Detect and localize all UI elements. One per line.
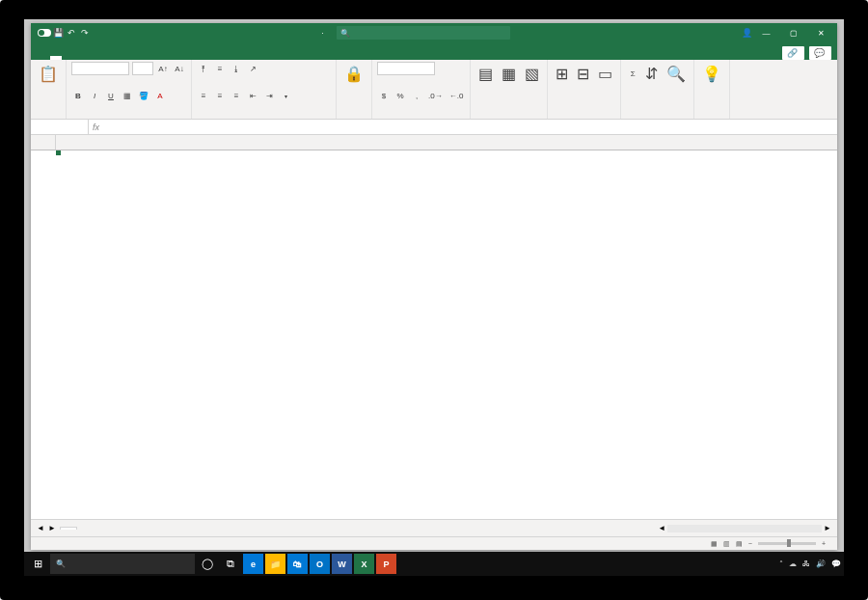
cell-styles-button[interactable]: ▧ [522, 62, 542, 86]
sheet-tab-sheet1[interactable] [60, 527, 77, 530]
task-view-button[interactable]: ⧉ [220, 554, 241, 574]
protect-button[interactable]: 🔒 [341, 62, 366, 86]
system-tray[interactable]: ˄ ☁ 🖧 🔊 💬 [779, 559, 841, 568]
italic-button[interactable]: I [88, 90, 101, 103]
word-icon[interactable]: W [332, 554, 352, 574]
font-size-select[interactable] [132, 62, 153, 75]
group-label [626, 117, 689, 118]
redo-icon[interactable]: ↷ [78, 26, 92, 40]
prev-sheet-button[interactable]: ◄ [37, 524, 44, 532]
screen: 💾 ↶ ↷ · 🔍 👤 — ▢ ✕ [24, 19, 844, 576]
start-button[interactable]: ⊞ [27, 554, 48, 574]
sort-filter-button[interactable]: ⇵ [642, 62, 661, 86]
conditional-formatting-button[interactable]: ▤ [475, 62, 496, 86]
outlook-icon[interactable]: O [310, 554, 330, 574]
maximize-button[interactable]: ▢ [781, 29, 806, 38]
ideas-icon: 💡 [702, 64, 721, 83]
orientation-button[interactable]: ↗ [246, 62, 259, 75]
insert-icon: ⊞ [556, 64, 568, 83]
cortana-button[interactable]: ◯ [197, 554, 218, 574]
next-sheet-button[interactable]: ► [48, 524, 56, 532]
h-scroll-left[interactable]: ◄ [658, 524, 665, 532]
delete-cells-button[interactable]: ⊟ [574, 62, 592, 86]
align-top-button[interactable]: ⭱ [197, 62, 210, 75]
number-format-select[interactable] [377, 62, 435, 75]
window-controls: — ▢ ✕ [754, 29, 833, 38]
percent-button[interactable]: % [393, 90, 407, 103]
minimize-button[interactable]: — [754, 29, 779, 38]
group-label [36, 117, 61, 118]
bold-button[interactable]: B [71, 90, 85, 103]
autosum-button[interactable]: Σ [626, 68, 639, 81]
select-all-corner[interactable] [31, 135, 56, 150]
save-icon[interactable]: 💾 [51, 26, 65, 40]
insert-cells-button[interactable]: ⊞ [553, 62, 571, 86]
cells-area[interactable] [56, 150, 837, 519]
zoom-in-button[interactable]: + [822, 540, 826, 547]
share-button[interactable]: 🔗 [782, 46, 804, 60]
find-select-button[interactable]: 🔍 [664, 62, 689, 86]
edge-icon[interactable]: e [243, 554, 263, 574]
decrease-indent-button[interactable]: ⇤ [246, 90, 259, 103]
powerpoint-icon[interactable]: P [376, 554, 396, 574]
taskbar-search-input[interactable] [70, 559, 189, 568]
document-title: · [321, 29, 323, 38]
volume-icon[interactable]: 🔊 [816, 559, 826, 568]
name-box[interactable] [31, 120, 89, 134]
group-label [699, 117, 724, 118]
fx-icon[interactable]: fx [93, 123, 99, 132]
close-button[interactable]: ✕ [808, 29, 833, 38]
zoom-slider[interactable] [758, 542, 816, 545]
group-label [377, 117, 465, 118]
avatar[interactable]: 👤 [741, 26, 754, 40]
column-headers [56, 135, 837, 150]
h-scroll-right[interactable]: ► [824, 524, 831, 532]
decrease-font-button[interactable]: A↓ [173, 62, 186, 75]
align-middle-button[interactable]: ≡ [213, 62, 227, 75]
comma-button[interactable]: , [410, 90, 423, 103]
file-explorer-icon[interactable]: 📁 [265, 554, 285, 574]
device-frame: 💾 ↶ ↷ · 🔍 👤 — ▢ ✕ [0, 0, 868, 600]
align-bottom-button[interactable]: ⭳ [230, 62, 243, 75]
store-icon[interactable]: 🛍 [287, 554, 308, 574]
paste-button[interactable]: 📋 [36, 62, 61, 86]
notifications-icon[interactable]: 💬 [831, 559, 841, 568]
font-color-button[interactable]: A [153, 90, 167, 103]
tell-me-search[interactable]: 🔍 [337, 26, 510, 40]
format-cells-button[interactable]: ▭ [595, 62, 615, 86]
search-input[interactable] [354, 29, 506, 38]
underline-button[interactable]: U [104, 90, 118, 103]
view-pagelayout-button[interactable]: ▥ [723, 540, 730, 548]
excel-icon[interactable]: X [354, 554, 374, 574]
decrease-decimal-button[interactable]: ←.0 [448, 90, 466, 103]
fill-color-button[interactable]: 🪣 [137, 90, 150, 103]
formula-bar: fx [31, 120, 837, 135]
lock-icon: 🔒 [344, 64, 364, 83]
font-name-select[interactable] [71, 62, 129, 75]
ideas-button[interactable]: 💡 [699, 62, 724, 86]
network-icon[interactable]: 🖧 [802, 559, 810, 568]
align-left-button[interactable]: ≡ [197, 90, 210, 103]
align-right-button[interactable]: ≡ [230, 90, 243, 103]
wrap-text-button[interactable] [262, 62, 276, 75]
increase-font-button[interactable]: A↑ [156, 62, 170, 75]
undo-icon[interactable]: ↶ [65, 26, 78, 40]
border-button[interactable]: ▦ [121, 90, 134, 103]
horizontal-scrollbar[interactable] [667, 525, 822, 532]
increase-indent-button[interactable]: ⇥ [262, 90, 276, 103]
comments-button[interactable]: 💬 [809, 46, 831, 60]
view-normal-button[interactable]: ▦ [711, 540, 718, 548]
onedrive-icon[interactable]: ☁ [789, 559, 797, 568]
format-as-table-button[interactable]: ▦ [499, 62, 519, 86]
toggle-switch-icon[interactable] [38, 29, 51, 37]
autosave-toggle[interactable] [35, 29, 51, 37]
tray-chevron-icon[interactable]: ˄ [779, 559, 783, 568]
taskbar-search[interactable]: 🔍 [50, 554, 195, 574]
currency-button[interactable]: $ [377, 90, 391, 103]
zoom-out-button[interactable]: − [748, 540, 752, 547]
merge-center-button[interactable] [279, 90, 292, 103]
group-editing: Σ ⇵ 🔍 [621, 60, 694, 119]
increase-decimal-button[interactable]: .0→ [426, 90, 445, 103]
align-center-button[interactable]: ≡ [213, 90, 227, 103]
view-pagebreak-button[interactable]: ▤ [736, 540, 743, 548]
